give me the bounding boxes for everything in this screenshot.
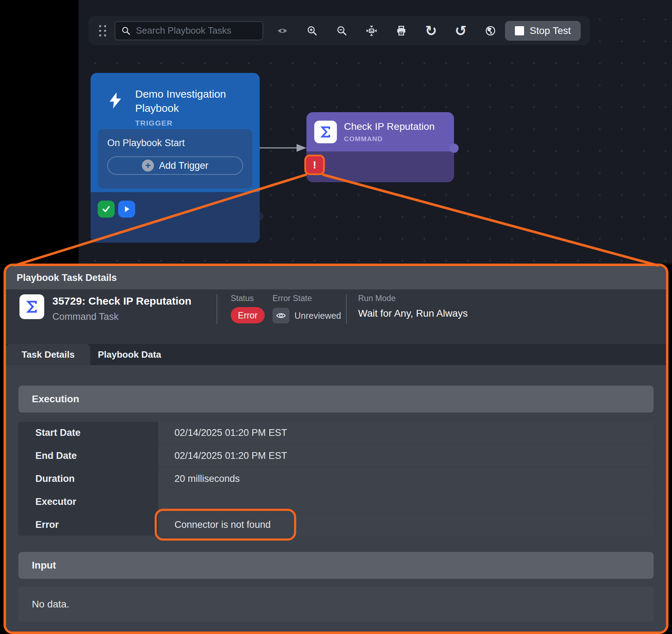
row-label: Error bbox=[18, 514, 158, 536]
globe-icon bbox=[485, 25, 496, 36]
sigma-icon bbox=[318, 125, 333, 139]
command-node-title: Check IP Reputation bbox=[344, 121, 435, 132]
error-state-value: Unreviewed bbox=[294, 311, 341, 321]
review-toggle-button[interactable] bbox=[272, 308, 289, 323]
command-node-type-label: COMMAND bbox=[344, 135, 435, 143]
row-value: 20 milliseconds bbox=[158, 468, 654, 490]
redo-icon: ↻ bbox=[425, 24, 437, 38]
panel-header: Playbook Task Details bbox=[6, 266, 666, 289]
exclamation-icon: ! bbox=[313, 159, 316, 171]
zoom-out-button[interactable] bbox=[332, 21, 352, 41]
fit-view-button[interactable] bbox=[362, 21, 381, 41]
zoom-out-icon bbox=[336, 25, 348, 36]
task-details-content: Execution Start Date 02/14/2025 01:20 PM… bbox=[6, 365, 666, 632]
redo-button[interactable]: ↻ bbox=[421, 21, 441, 41]
row-value: 02/14/2025 01:20 PM EST bbox=[158, 422, 654, 444]
divider bbox=[217, 294, 217, 324]
validate-button[interactable] bbox=[98, 201, 115, 218]
sigma-icon bbox=[24, 299, 40, 315]
zoom-in-button[interactable] bbox=[302, 21, 322, 41]
command-node-footer bbox=[306, 151, 454, 182]
search-box[interactable] bbox=[115, 21, 263, 40]
table-row: Start Date 02/14/2025 01:20 PM EST bbox=[18, 422, 654, 444]
search-input[interactable] bbox=[136, 25, 257, 36]
command-task-icon bbox=[314, 121, 337, 143]
table-row: Duration 20 milliseconds bbox=[18, 468, 654, 490]
row-value: 02/14/2025 01:20 PM EST bbox=[158, 445, 654, 467]
trigger-node-type-label: TRIGGER bbox=[135, 119, 241, 127]
input-section-header: Input bbox=[18, 552, 654, 579]
play-icon bbox=[122, 204, 131, 214]
no-data-text: No data. bbox=[32, 599, 69, 610]
eye-icon bbox=[276, 310, 286, 321]
command-node[interactable]: Check IP Reputation COMMAND ! bbox=[306, 112, 454, 182]
plus-icon: + bbox=[142, 160, 154, 172]
task-info-section: 35729: Check IP Reputation Command Task … bbox=[6, 289, 666, 344]
input-title: Input bbox=[32, 560, 56, 571]
row-value bbox=[158, 491, 654, 513]
panel-tabs: Task Details Playbook Data bbox=[6, 344, 666, 365]
check-icon bbox=[101, 204, 111, 214]
print-button[interactable] bbox=[391, 21, 411, 41]
status-badge: Error bbox=[231, 307, 265, 323]
stop-test-label: Stop Test bbox=[530, 25, 571, 36]
canvas-toolbar: ↻ ↺ Stop Test bbox=[88, 16, 590, 45]
run-mode-label: Run Mode bbox=[358, 294, 396, 303]
row-label: Executor bbox=[18, 491, 158, 513]
app-window: ↻ ↺ Stop Test Demo Investigation Pla bbox=[0, 0, 672, 634]
command-node-header: Check IP Reputation COMMAND bbox=[306, 112, 454, 151]
task-name: 35729: Check IP Reputation bbox=[52, 295, 191, 307]
input-empty-state: No data. bbox=[18, 587, 654, 622]
web-button[interactable] bbox=[481, 21, 500, 41]
trigger-node-header: Demo Investigation Playbook TRIGGER bbox=[91, 73, 260, 127]
run-mode-value: Wait for Any, Run Always bbox=[358, 308, 468, 319]
tab-task-details[interactable]: Task Details bbox=[6, 344, 90, 365]
row-value: Connector is not found bbox=[158, 514, 654, 536]
visibility-button[interactable] bbox=[272, 21, 292, 41]
command-output-port[interactable] bbox=[449, 144, 459, 153]
row-label: Start Date bbox=[18, 422, 158, 444]
row-label: Duration bbox=[18, 468, 158, 490]
task-icon bbox=[19, 294, 44, 319]
execution-section-header: Execution bbox=[18, 386, 654, 413]
stop-icon bbox=[515, 26, 524, 35]
trigger-step-card[interactable]: On Playbook Start + Add Trigger bbox=[98, 129, 252, 189]
error-state-label: Error State bbox=[272, 294, 312, 303]
printer-icon bbox=[396, 25, 407, 36]
undo-button[interactable]: ↺ bbox=[451, 21, 471, 41]
error-badge[interactable]: ! bbox=[304, 155, 325, 175]
toolbar-icons: ↻ ↺ bbox=[272, 21, 500, 41]
undo-icon: ↺ bbox=[455, 24, 467, 38]
trigger-node-title: Demo Investigation Playbook bbox=[135, 87, 241, 115]
search-icon bbox=[121, 26, 131, 36]
table-row: End Date 02/14/2025 01:20 PM EST bbox=[18, 445, 654, 467]
run-button[interactable] bbox=[118, 201, 135, 218]
status-label: Status bbox=[231, 294, 254, 303]
lightning-bolt-icon bbox=[106, 91, 125, 110]
trigger-node[interactable]: Demo Investigation Playbook TRIGGER On P… bbox=[91, 73, 260, 243]
task-details-panel: Playbook Task Details 35729: Check IP Re… bbox=[4, 264, 668, 634]
fit-view-icon bbox=[366, 25, 378, 37]
trigger-step-title: On Playbook Start bbox=[107, 138, 243, 149]
add-trigger-label: Add Trigger bbox=[159, 160, 208, 171]
divider bbox=[346, 294, 347, 324]
trigger-node-footer bbox=[91, 192, 260, 243]
tab-playbook-data[interactable]: Playbook Data bbox=[90, 344, 169, 365]
zoom-in-icon bbox=[306, 25, 318, 36]
panel-title: Playbook Task Details bbox=[17, 272, 117, 283]
add-trigger-button[interactable]: + Add Trigger bbox=[107, 156, 243, 175]
eye-icon bbox=[277, 25, 288, 36]
row-label: End Date bbox=[18, 445, 158, 467]
stop-test-button[interactable]: Stop Test bbox=[505, 21, 581, 41]
task-subtitle: Command Task bbox=[52, 311, 119, 322]
drag-handle-icon[interactable] bbox=[99, 25, 106, 36]
execution-title: Execution bbox=[32, 393, 79, 405]
table-row: Error Connector is not found bbox=[18, 514, 654, 536]
status-value: Error bbox=[238, 310, 258, 321]
table-row: Executor bbox=[18, 491, 654, 513]
